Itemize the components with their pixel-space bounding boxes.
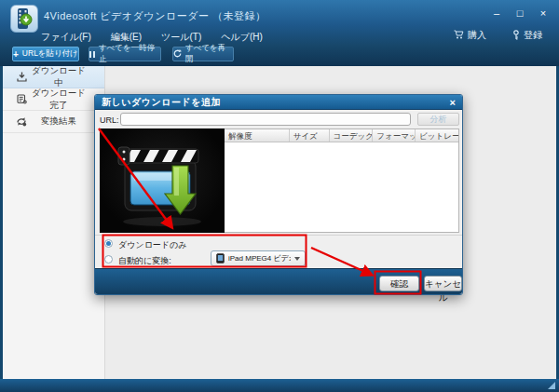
resume-all-label: すべてを再開 (185, 43, 233, 65)
url-label: URL: (100, 115, 119, 125)
paste-url-label: URLを貼り付け (22, 48, 78, 60)
column-header-codec[interactable]: コーデック (330, 129, 374, 142)
url-input[interactable] (120, 113, 411, 126)
close-button[interactable]: × (537, 7, 550, 20)
clapperboard-icon (100, 128, 225, 233)
refresh-icon (173, 49, 182, 60)
column-header-resolution[interactable]: 解像度 (225, 129, 290, 142)
key-icon (512, 30, 520, 42)
chevron-down-icon (294, 257, 300, 261)
analyze-button[interactable]: 分析 (417, 113, 459, 126)
register-label: 登録 (524, 29, 542, 42)
menu-edit[interactable]: 編集(E) (111, 31, 142, 44)
add-download-dialog: 新しいダウンロードを追加 × URL: 分析 (94, 94, 463, 295)
output-format-value: iPad MPEG4 ビデオ(*.mp4) (228, 253, 291, 264)
maximize-button[interactable]: □ (513, 7, 526, 20)
resume-all-button[interactable]: すべてを再開 (172, 47, 234, 61)
purchase-label: 購入 (468, 29, 486, 42)
plus-icon: + (13, 49, 19, 60)
app-window: 4Videosoft ビデオダウンローダー （未登録） – □ × ファイル(F… (0, 0, 559, 392)
sidebar-item-label: ダウンロード中 (28, 65, 104, 89)
column-header-format[interactable]: フォーマット (373, 129, 416, 142)
menu-bar: ファイル(F) 編集(E) ツール(T) ヘルプ(H) (41, 31, 263, 44)
pause-all-button[interactable]: すべてを一時停止 (89, 47, 161, 61)
table-header-row: 解像度 サイズ コーデック フォーマット ビットレート (225, 129, 458, 142)
menu-file[interactable]: ファイル(F) (41, 31, 91, 44)
status-bar (0, 379, 559, 392)
app-logo-icon (10, 5, 38, 33)
output-format-dropdown[interactable]: iPad MPEG4 ビデオ(*.mp4) (211, 250, 306, 266)
sidebar: ダウンロード中 ダウンロード完了 (3, 66, 105, 379)
pause-icon (89, 51, 95, 58)
sidebar-item-downloading[interactable]: ダウンロード中 (3, 66, 104, 88)
completed-list-icon (15, 94, 28, 104)
sidebar-item-label: ダウンロード完了 (28, 88, 104, 112)
sidebar-item-completed[interactable]: ダウンロード完了 (3, 88, 104, 111)
download-icon (15, 72, 28, 82)
cancel-button[interactable]: キャンセル (424, 276, 462, 291)
column-header-bitrate[interactable]: ビットレート (416, 129, 458, 142)
confirm-button[interactable]: 確認 (379, 276, 419, 291)
convert-icon (15, 116, 28, 127)
column-header-size[interactable]: サイズ (290, 129, 330, 142)
resize-grip[interactable] (548, 382, 555, 389)
dialog-titlebar: 新しいダウンロードを追加 × (95, 95, 462, 110)
dialog-close-button[interactable]: × (450, 97, 456, 108)
options-divider (95, 235, 462, 236)
dialog-footer: 確認 キャンセル (95, 268, 462, 294)
register-button[interactable]: 登録 (512, 29, 542, 42)
radio-auto-convert-label: 自動的に変換: (118, 255, 171, 267)
minimize-button[interactable]: – (490, 7, 503, 20)
header-bar: 4Videosoft ビデオダウンローダー （未登録） – □ × ファイル(F… (0, 0, 559, 66)
radio-download-only-label: ダウンロードのみ (118, 239, 186, 251)
sidebar-item-converted[interactable]: 変換結果 (3, 111, 104, 133)
sidebar-item-label: 変換結果 (28, 115, 104, 128)
radio-auto-convert[interactable] (104, 255, 113, 264)
radio-download-only[interactable] (104, 239, 113, 248)
video-preview-placeholder (100, 128, 225, 233)
pause-all-label: すべてを一時停止 (99, 43, 160, 65)
cart-icon (454, 30, 464, 41)
menu-tools[interactable]: ツール(T) (161, 31, 201, 44)
window-title: 4Videosoft ビデオダウンローダー （未登録） (44, 9, 266, 23)
resolution-table: 解像度 サイズ コーデック フォーマット ビットレート (225, 128, 459, 233)
purchase-button[interactable]: 購入 (454, 29, 486, 42)
menu-help[interactable]: ヘルプ(H) (221, 31, 263, 44)
dialog-title: 新しいダウンロードを追加 (102, 96, 450, 109)
ipad-device-icon (216, 250, 225, 267)
paste-url-button[interactable]: + URLを貼り付け (12, 47, 79, 61)
